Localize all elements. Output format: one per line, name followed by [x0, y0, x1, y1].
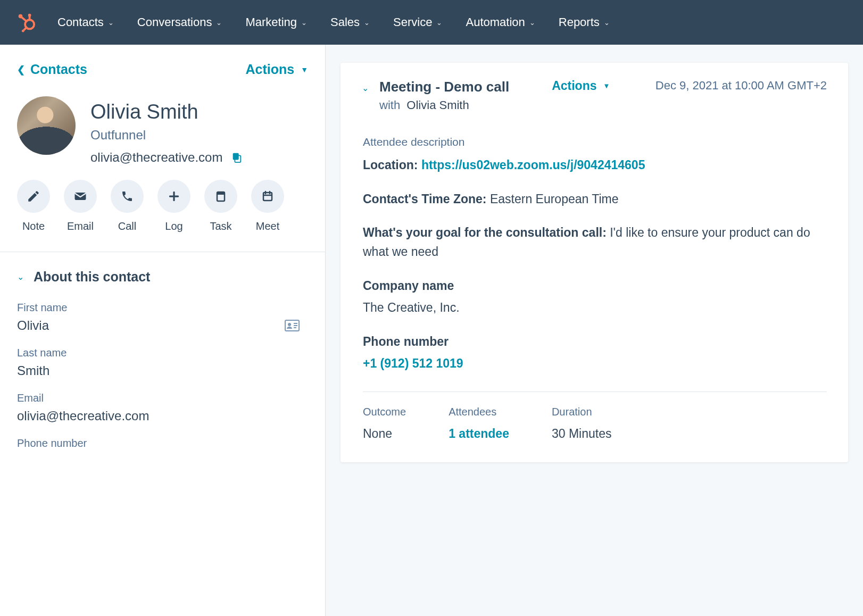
log-button[interactable]: Log: [157, 180, 190, 232]
svg-line-5: [24, 28, 27, 30]
about-section-toggle[interactable]: ⌄ About this contact: [17, 269, 308, 285]
attendee-description-label: Attendee description: [363, 136, 827, 148]
outcome-value[interactable]: None: [363, 427, 406, 441]
company-row: Company name The Creative, Inc.: [363, 277, 827, 318]
chevron-left-icon: ❮: [17, 64, 25, 76]
field-value: olivia@thecreative.com: [17, 409, 308, 423]
first-name-field[interactable]: First name Olivia: [17, 302, 308, 333]
activity-panel: ⌄ Meeting - Demo call with Olivia Smith …: [326, 45, 863, 616]
attendees-value[interactable]: 1 attendee: [449, 427, 509, 441]
svg-point-4: [28, 14, 31, 17]
duration-col: Duration 30 Minutes: [552, 406, 612, 441]
note-button[interactable]: Note: [17, 180, 50, 232]
meeting-subtitle: with Olivia Smith: [379, 98, 509, 112]
contact-name: Olivia Smith: [90, 101, 243, 123]
nav-label: Automation: [466, 15, 525, 29]
back-to-contacts-link[interactable]: ❮ Contacts: [17, 62, 87, 77]
action-label: Note: [22, 220, 45, 232]
nav-conversations[interactable]: Conversations⌄: [137, 15, 222, 29]
field-label: Email: [17, 392, 308, 404]
nav-label: Service: [393, 15, 432, 29]
avatar[interactable]: [17, 96, 76, 155]
chevron-down-icon: ⌄: [216, 19, 222, 27]
chevron-down-icon: ⌄: [364, 19, 370, 27]
duration-value[interactable]: 30 Minutes: [552, 427, 612, 441]
timezone-row: Contact's Time Zone: Eastern European Ti…: [363, 190, 827, 209]
last-name-field[interactable]: Last name Smith: [17, 347, 308, 378]
phone-link[interactable]: +1 (912) 512 1019: [363, 356, 463, 370]
copy-icon[interactable]: [231, 152, 243, 163]
email-button[interactable]: Email: [64, 180, 97, 232]
field-label: Phone number: [17, 437, 308, 449]
nav-label: Sales: [330, 15, 360, 29]
collapse-meeting-toggle[interactable]: ⌄: [362, 79, 369, 93]
phone-row: Phone number +1 (912) 512 1019: [363, 332, 827, 373]
attendees-label: Attendees: [449, 406, 509, 418]
meeting-actions-dropdown[interactable]: Actions ▼: [552, 79, 610, 93]
email-field[interactable]: Email olivia@thecreative.com: [17, 392, 308, 423]
top-nav: Contacts⌄ Conversations⌄ Marketing⌄ Sale…: [0, 0, 863, 45]
caret-down-icon: ▼: [603, 82, 610, 90]
divider: [0, 252, 325, 252]
timezone-label: Contact's Time Zone:: [363, 192, 487, 206]
svg-point-6: [22, 30, 24, 32]
chevron-down-icon: ⌄: [529, 19, 535, 27]
chevron-down-icon: ⌄: [17, 272, 24, 282]
nav-automation[interactable]: Automation⌄: [466, 15, 535, 29]
hubspot-logo[interactable]: [15, 12, 36, 33]
with-prefix: with: [379, 98, 400, 112]
note-icon: [27, 189, 40, 203]
chevron-down-icon: ⌄: [604, 19, 610, 27]
nav-reports[interactable]: Reports⌄: [559, 15, 610, 29]
nav-label: Reports: [559, 15, 600, 29]
phone-field[interactable]: Phone number: [17, 437, 308, 449]
location-label: Location:: [363, 158, 418, 172]
actions-label: Actions: [552, 79, 596, 93]
timezone-value: Eastern European Time: [490, 192, 619, 206]
contact-sidebar: ❮ Contacts Actions ▼ Olivia Smith Outfun…: [0, 45, 326, 616]
goal-label: What's your goal for the consultation ca…: [363, 226, 607, 239]
task-button[interactable]: Task: [204, 180, 237, 232]
location-link[interactable]: https://us02web.zoom.us/j/9042414605: [421, 158, 645, 172]
contact-email: olivia@thecreative.com: [90, 150, 222, 165]
contact-card-icon[interactable]: [285, 320, 300, 331]
field-value: Smith: [17, 363, 308, 378]
meeting-meta: Outcome None Attendees 1 attendee Durati…: [363, 406, 827, 441]
attendees-col: Attendees 1 attendee: [449, 406, 509, 441]
chevron-down-icon: ⌄: [436, 19, 442, 27]
nav-sales[interactable]: Sales⌄: [330, 15, 370, 29]
nav-service[interactable]: Service⌄: [393, 15, 442, 29]
meeting-card: ⌄ Meeting - Demo call with Olivia Smith …: [341, 63, 848, 462]
svg-rect-14: [263, 193, 272, 201]
contact-actions-dropdown[interactable]: Actions ▼: [245, 62, 308, 77]
about-title: About this contact: [34, 269, 150, 285]
nav-marketing[interactable]: Marketing⌄: [245, 15, 307, 29]
action-label: Call: [118, 220, 136, 232]
action-label: Log: [165, 220, 182, 232]
actions-label: Actions: [245, 62, 294, 77]
meet-button[interactable]: Meet: [251, 180, 284, 232]
contact-header: Olivia Smith Outfunnel olivia@thecreativ…: [17, 96, 308, 165]
task-icon: [214, 190, 227, 203]
meet-icon: [261, 190, 274, 203]
company-value: The Creative, Inc.: [363, 301, 460, 314]
svg-point-19: [288, 323, 291, 326]
chevron-down-icon: ⌄: [108, 19, 114, 27]
back-label: Contacts: [30, 62, 87, 77]
field-label: Last name: [17, 347, 308, 359]
nav-label: Contacts: [57, 15, 104, 29]
chevron-down-icon: ⌄: [301, 19, 307, 27]
nav-contacts[interactable]: Contacts⌄: [57, 15, 114, 29]
call-button[interactable]: Call: [111, 180, 144, 232]
svg-rect-13: [217, 192, 225, 195]
action-label: Email: [67, 220, 94, 232]
meeting-date: Dec 9, 2021 at 10:00 AM GMT+2: [655, 79, 827, 93]
call-icon: [121, 190, 134, 203]
log-icon: [167, 189, 181, 203]
nav-label: Conversations: [137, 15, 212, 29]
outcome-label: Outcome: [363, 406, 406, 418]
meeting-with-name: Olivia Smith: [406, 98, 469, 112]
company-label: Company name: [363, 277, 827, 296]
duration-label: Duration: [552, 406, 612, 418]
action-label: Task: [210, 220, 231, 232]
